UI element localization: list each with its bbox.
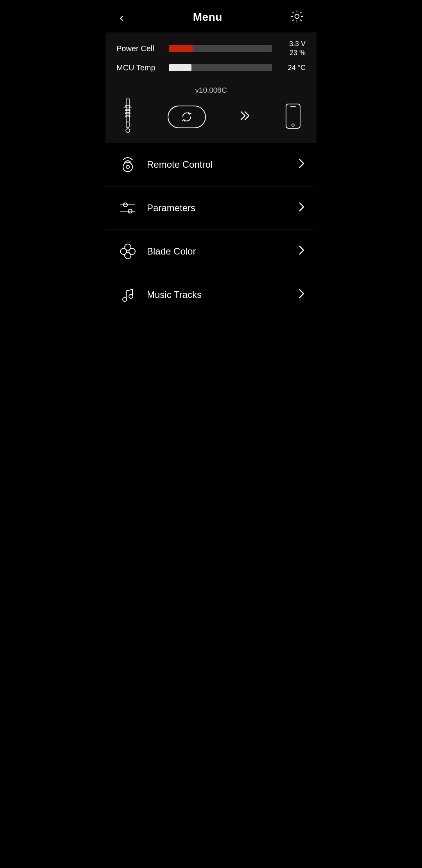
svg-point-0 <box>295 14 299 19</box>
phone-icon-wrap <box>284 103 302 131</box>
music-tracks-icon <box>118 285 138 305</box>
blade-color-icon <box>118 241 138 262</box>
menu-item-blade-color[interactable]: Blade Color <box>106 230 316 273</box>
svg-point-13 <box>123 162 132 172</box>
mcu-temp-bar-fill <box>169 64 191 71</box>
device-section: v10.008C <box>106 82 316 143</box>
parameters-icon <box>118 198 138 218</box>
menu-list: Remote Control Parameters <box>106 143 316 316</box>
back-button[interactable]: ‹ <box>116 9 127 25</box>
parameters-label: Parameters <box>147 203 298 213</box>
svg-point-21 <box>120 248 127 255</box>
power-cell-row: Power Cell 3.3 V 23 % <box>116 39 306 58</box>
double-chevron-icon <box>238 109 252 123</box>
remote-control-icon-wrap <box>116 153 139 176</box>
blade-color-chevron <box>298 244 306 259</box>
power-cell-value: 3.3 V 23 % <box>277 39 306 58</box>
forward-button[interactable] <box>238 109 252 126</box>
svg-rect-6 <box>126 122 129 127</box>
music-tracks-label: Music Tracks <box>147 289 298 300</box>
sync-icon <box>181 111 193 123</box>
svg-rect-1 <box>126 99 129 122</box>
mcu-temp-label: MCU Temp <box>116 63 167 72</box>
power-cell-bar-fill <box>169 45 193 52</box>
blade-color-label: Blade Color <box>147 246 298 257</box>
svg-point-7 <box>126 129 130 133</box>
music-tracks-chevron <box>298 288 306 302</box>
device-row <box>116 99 306 135</box>
settings-button[interactable] <box>288 8 306 26</box>
mcu-temp-bar-container <box>169 64 272 71</box>
music-tracks-icon-wrap <box>116 283 139 306</box>
page-title: Menu <box>193 11 222 23</box>
lightsaber-icon <box>120 99 135 134</box>
lightsaber-icon-wrap <box>120 99 135 135</box>
svg-point-24 <box>129 294 133 298</box>
parameters-chevron <box>298 201 306 215</box>
blade-color-icon-wrap <box>116 240 139 263</box>
menu-item-parameters[interactable]: Parameters <box>106 187 316 230</box>
parameters-icon-wrap <box>116 197 139 219</box>
remote-control-icon <box>118 154 138 175</box>
svg-rect-10 <box>286 104 300 128</box>
menu-item-remote-control[interactable]: Remote Control <box>106 143 316 187</box>
status-section: Power Cell 3.3 V 23 % MCU Temp 24 °C <box>106 32 316 82</box>
version-label: v10.008C <box>195 86 227 95</box>
gear-icon <box>290 9 304 23</box>
svg-point-14 <box>126 165 129 169</box>
update-button[interactable] <box>168 106 206 128</box>
remote-control-label: Remote Control <box>147 159 298 170</box>
power-cell-label: Power Cell <box>116 44 167 53</box>
menu-item-music-tracks[interactable]: Music Tracks <box>106 273 316 316</box>
power-cell-bar-container <box>169 45 272 52</box>
svg-point-22 <box>129 248 135 255</box>
phone-icon <box>284 103 302 129</box>
header: ‹ Menu <box>106 0 316 32</box>
mcu-temp-row: MCU Temp 24 °C <box>116 63 306 72</box>
remote-control-chevron <box>298 158 306 172</box>
mcu-temp-value: 24 °C <box>277 63 306 72</box>
svg-point-11 <box>292 124 294 126</box>
